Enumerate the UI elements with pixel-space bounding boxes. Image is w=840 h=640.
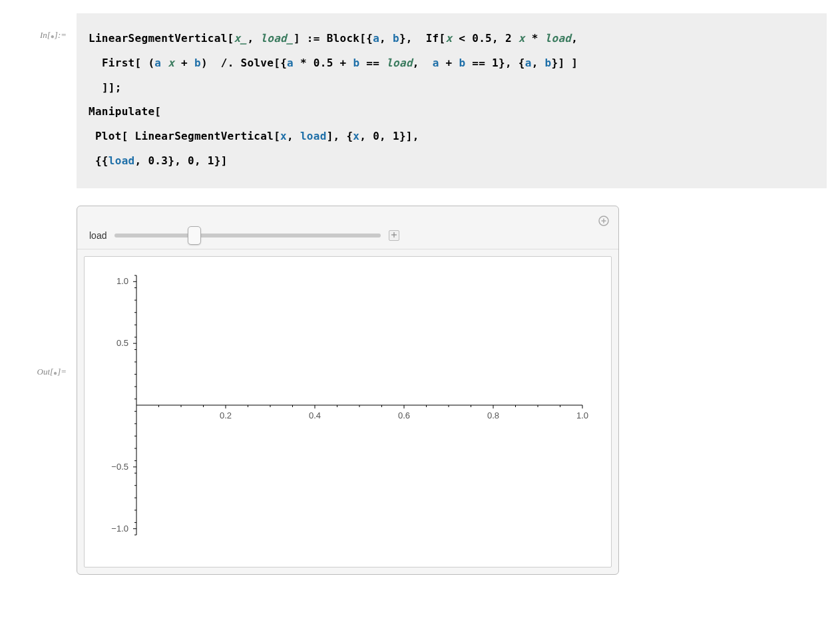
output-cell-row: Out[●]= load — [13, 194, 827, 575]
svg-text:−0.5: −0.5 — [111, 462, 128, 472]
input-cell-label: In[●]:= — [13, 13, 77, 41]
input-code[interactable]: LinearSegmentVertical[x_, load_] := Bloc… — [77, 13, 827, 188]
slider-expand-icon[interactable] — [389, 230, 399, 241]
plot-canvas: 0.20.40.60.81.0−1.0−0.50.51.0 — [90, 269, 602, 555]
add-control-icon[interactable] — [598, 216, 609, 226]
svg-text:1.0: 1.0 — [116, 276, 128, 286]
plot-area: 0.20.40.60.81.0−1.0−0.50.51.0 — [84, 256, 612, 567]
svg-text:0.5: 0.5 — [116, 338, 128, 348]
svg-text:−1.0: −1.0 — [111, 523, 128, 533]
manipulate-controls: load — [77, 206, 618, 249]
slider-label: load — [89, 230, 106, 241]
load-slider[interactable] — [114, 234, 381, 238]
svg-text:0.8: 0.8 — [487, 410, 499, 420]
manipulate-panel: load 0.20.40.60.81.0−1.0−0.50.51.0 — [77, 206, 619, 575]
slider-thumb[interactable] — [188, 226, 201, 245]
svg-text:1.0: 1.0 — [576, 410, 588, 420]
svg-text:0.4: 0.4 — [309, 410, 321, 420]
output-cell-label: Out[●]= — [13, 194, 77, 377]
input-cell-row: In[●]:= LinearSegmentVertical[x_, load_]… — [13, 13, 827, 188]
svg-text:0.2: 0.2 — [220, 410, 232, 420]
svg-text:0.6: 0.6 — [398, 410, 410, 420]
